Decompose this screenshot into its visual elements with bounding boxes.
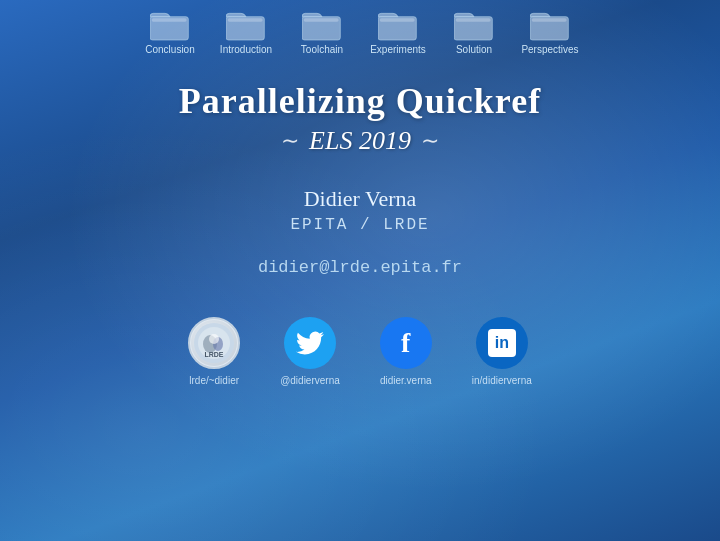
lrde-label: lrde/~didier: [189, 375, 239, 386]
lrde-icon: LRDE: [188, 317, 240, 369]
svg-point-16: [209, 334, 219, 344]
social-twitter[interactable]: @didierverna: [280, 317, 340, 386]
nav-item-conclusion[interactable]: Conclusion: [141, 8, 199, 55]
social-linkedin[interactable]: in in/didierverna: [472, 317, 532, 386]
social-facebook[interactable]: f didier.verna: [380, 317, 432, 386]
subtitle-text: ELS 2019: [309, 126, 411, 156]
linkedin-icon: in: [476, 317, 528, 369]
conclusion-nav-label: Conclusion: [145, 44, 194, 55]
subtitle-line: ∼ ELS 2019 ∼: [281, 126, 439, 156]
facebook-icon: f: [380, 317, 432, 369]
nav-item-introduction[interactable]: Introduction: [217, 8, 275, 55]
author-email: didier@lrde.epita.fr: [258, 258, 462, 277]
svg-text:LRDE: LRDE: [205, 351, 224, 358]
nav-item-toolchain[interactable]: Toolchain: [293, 8, 351, 55]
svg-rect-1: [152, 18, 187, 21]
experiments-folder-icon: [378, 8, 418, 42]
author-name: Didier Verna: [304, 186, 417, 212]
toolchain-folder-icon: [302, 8, 342, 42]
solution-nav-label: Solution: [456, 44, 492, 55]
svg-rect-3: [228, 18, 263, 21]
conclusion-folder-icon: [150, 8, 190, 42]
svg-rect-7: [380, 18, 415, 21]
tilde-left: ∼: [281, 128, 299, 154]
nav-item-experiments[interactable]: Experiments: [369, 8, 427, 55]
twitter-icon: [284, 317, 336, 369]
facebook-label: didier.verna: [380, 375, 432, 386]
perspectives-nav-label: Perspectives: [521, 44, 578, 55]
presentation-title: Parallelizing Quickref: [179, 80, 541, 122]
perspectives-folder-icon: [530, 8, 570, 42]
social-lrde[interactable]: LRDE lrde/~didier: [188, 317, 240, 386]
experiments-nav-label: Experiments: [370, 44, 426, 55]
svg-rect-11: [532, 18, 567, 21]
twitter-label: @didierverna: [280, 375, 340, 386]
nav-item-solution[interactable]: Solution: [445, 8, 503, 55]
svg-rect-5: [304, 18, 339, 21]
introduction-folder-icon: [226, 8, 266, 42]
toolchain-nav-label: Toolchain: [301, 44, 343, 55]
svg-rect-9: [456, 18, 491, 21]
tilde-right: ∼: [421, 128, 439, 154]
linkedin-label: in/didierverna: [472, 375, 532, 386]
top-navigation: Conclusion Introduction: [0, 0, 720, 59]
introduction-nav-label: Introduction: [220, 44, 272, 55]
main-content: Parallelizing Quickref ∼ ELS 2019 ∼ Didi…: [0, 80, 720, 386]
solution-folder-icon: [454, 8, 494, 42]
social-links: LRDE lrde/~didier @didierverna f didier.…: [188, 317, 532, 386]
nav-item-perspectives[interactable]: Perspectives: [521, 8, 579, 55]
author-org: EPITA / LRDE: [290, 216, 429, 234]
